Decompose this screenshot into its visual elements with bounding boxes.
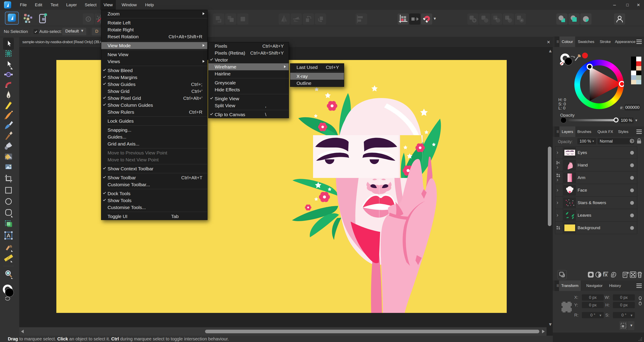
svg-text:A: A [7,233,10,239]
